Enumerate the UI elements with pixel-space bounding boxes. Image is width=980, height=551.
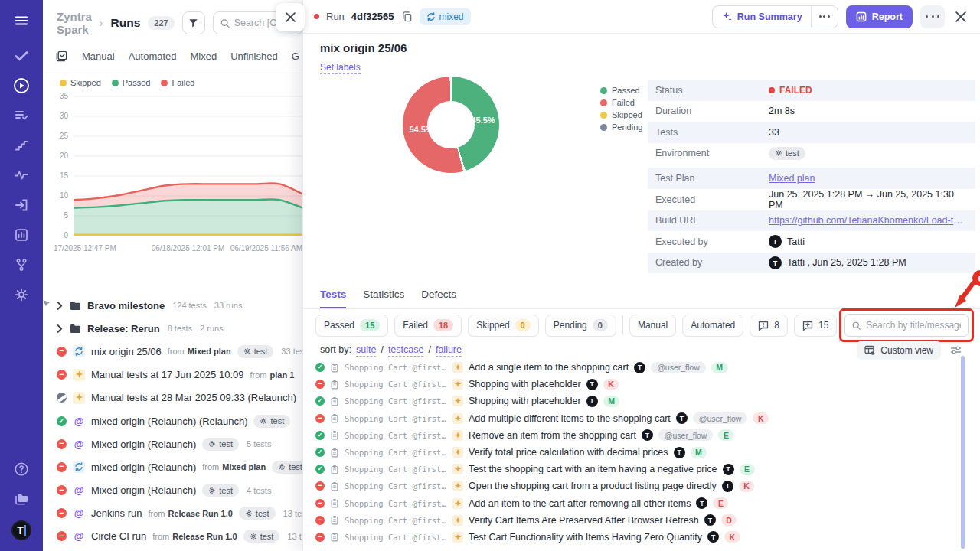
pulse-icon[interactable] xyxy=(13,167,30,184)
run-title[interactable]: Bravo milestone xyxy=(87,300,165,311)
list-check-icon[interactable] xyxy=(13,107,30,124)
filter-passed[interactable]: Passed15 xyxy=(315,315,388,337)
import-icon[interactable] xyxy=(13,197,30,214)
test-row[interactable]: Shopping Cart @first… Test Cart Function… xyxy=(315,529,959,546)
filter-pending[interactable]: Pending0 xyxy=(545,315,616,337)
more-options-button[interactable] xyxy=(920,5,945,28)
plan-name[interactable]: Mixed plan xyxy=(188,347,231,356)
run-row[interactable]: Jenkins run fromRelease Run 1.0 test 13 … xyxy=(43,502,312,525)
run-title[interactable]: Manual tests at 17 Jun 2025 10:09 xyxy=(91,369,243,380)
brand-logo[interactable]: T xyxy=(11,520,31,540)
test-row[interactable]: Shopping Cart @first… Add an item to the… xyxy=(315,495,959,512)
plan-name[interactable]: plan 1 xyxy=(270,370,294,380)
filter-manual[interactable]: Manual xyxy=(629,315,676,337)
select-runs-icon[interactable] xyxy=(55,50,68,63)
plan-name[interactable]: Release Run 1.0 xyxy=(172,532,237,541)
test-row[interactable]: Shopping Cart @first… Verify total price… xyxy=(315,444,959,461)
test-suite[interactable]: Shopping Cart @first… xyxy=(345,380,447,389)
tab-automated[interactable]: Automated xyxy=(129,51,177,62)
filter-automated[interactable]: Automated xyxy=(682,315,743,337)
test-suite[interactable]: Shopping Cart @first… xyxy=(345,499,447,508)
run-title[interactable]: Manual tests at 28 Mar 2025 09:33 (Relau… xyxy=(91,392,296,403)
test-suite[interactable]: Shopping Cart @first… xyxy=(345,431,447,440)
filter-comments[interactable]: 8 xyxy=(750,315,788,337)
run-title[interactable]: Mixed origin (Relaunch) xyxy=(91,484,196,496)
chevron-right-icon[interactable] xyxy=(57,302,64,310)
tab-mixed[interactable]: Mixed xyxy=(191,51,217,62)
menu-icon[interactable] xyxy=(13,12,30,29)
run-title[interactable]: Circle CI run xyxy=(91,530,146,542)
check-icon[interactable] xyxy=(13,47,30,64)
report-button[interactable]: Report xyxy=(846,5,913,28)
help-icon[interactable] xyxy=(13,461,30,478)
reports-icon[interactable] xyxy=(13,227,30,243)
test-row[interactable]: Shopping Cart @first… Add multiple diffe… xyxy=(315,410,959,427)
filter-comments-new[interactable]: 15 xyxy=(794,315,837,337)
run-title[interactable]: mixed origin (Relaunch) (Relaunch) xyxy=(91,416,247,427)
plan-name[interactable]: Release Run 1.0 xyxy=(168,509,232,518)
branch-icon[interactable] xyxy=(13,256,30,273)
test-title[interactable]: Shopping with placeholder xyxy=(469,379,581,390)
play-circle-icon[interactable] xyxy=(13,77,30,94)
test-search[interactable] xyxy=(844,314,969,337)
run-row[interactable]: Mixed origin (Relaunch) from test 5 test… xyxy=(43,432,312,455)
detail-link[interactable]: https://github.com/TetianaKhomenko/Load-… xyxy=(769,215,968,226)
test-title[interactable]: Verify total price calculation with deci… xyxy=(469,447,668,458)
run-row[interactable]: mixed origin (Relaunch) fromMixed plan t… xyxy=(43,455,312,478)
tab-defects[interactable]: Defects xyxy=(421,289,456,308)
scrollbar-thumb[interactable] xyxy=(961,356,965,549)
run-title[interactable]: Release: Rerun xyxy=(87,323,160,334)
test-suite[interactable]: Shopping Cart @first… xyxy=(345,414,447,423)
breadcrumb-brand[interactable]: Zyntra Spark xyxy=(57,10,92,36)
test-search-input[interactable] xyxy=(866,320,961,331)
test-title[interactable]: Add a single item to the shopping cart xyxy=(469,362,629,373)
test-suite[interactable]: Shopping Cart @first… xyxy=(345,516,447,525)
run-row[interactable]: mixed origin (Relaunch) (Relaunch) from … xyxy=(43,409,312,432)
gear-icon[interactable] xyxy=(13,286,30,303)
test-suite[interactable]: Shopping Cart @first… xyxy=(345,481,447,491)
filter-skipped[interactable]: Skipped0 xyxy=(468,315,539,337)
tab-grouped[interactable]: G xyxy=(292,51,299,62)
run-row[interactable]: Manual tests at 28 Mar 2025 09:33 (Relau… xyxy=(43,386,312,409)
detail-link[interactable]: Mixed plan xyxy=(769,173,815,184)
panel-close-button[interactable] xyxy=(276,3,305,31)
test-suite[interactable]: Shopping Cart @first… xyxy=(345,363,447,372)
test-row[interactable]: Shopping Cart @first… Verify Cart Items … xyxy=(315,512,959,529)
test-title[interactable]: Open the shopping cart from a product li… xyxy=(469,481,717,491)
run-row[interactable]: Release: Rerun from 8 tests 2 runs xyxy=(43,317,312,340)
run-row[interactable]: mix origin 25/06 fromMixed plan test 33 … xyxy=(43,340,312,363)
run-summary-more-button[interactable] xyxy=(811,6,838,28)
set-labels-link[interactable]: Set labels xyxy=(320,62,361,74)
tab-tests[interactable]: Tests xyxy=(320,289,346,308)
chevron-right-icon[interactable] xyxy=(57,324,64,333)
run-title[interactable]: mix origin 25/06 xyxy=(91,346,162,357)
test-title[interactable]: Shopping with placeholder xyxy=(469,396,581,406)
drawer-close-button[interactable] xyxy=(952,8,969,25)
sort-failure-link[interactable]: failure xyxy=(436,344,462,357)
test-row[interactable]: Shopping Cart @first… Shopping with plac… xyxy=(315,393,959,409)
test-title[interactable]: Add multiple different items to the shop… xyxy=(469,413,671,424)
test-row[interactable]: Shopping Cart @first… Open the shopping … xyxy=(315,478,959,494)
sort-suite-link[interactable]: suite xyxy=(356,344,376,357)
filter-failed[interactable]: Failed18 xyxy=(394,315,462,337)
tab-statistics[interactable]: Statistics xyxy=(363,289,404,308)
test-title[interactable]: Add an item to the cart after removing a… xyxy=(469,498,691,509)
run-title[interactable]: mixed origin (Relaunch) xyxy=(91,461,196,473)
test-suite[interactable]: Shopping Cart @first… xyxy=(345,448,447,457)
test-row[interactable]: Shopping Cart @first… Test the shopping … xyxy=(315,461,959,478)
tab-unfinished[interactable]: Unfinished xyxy=(230,51,277,62)
sort-testcase-link[interactable]: testcase xyxy=(388,344,424,357)
run-row[interactable]: Circle CI run fromRelease Run 1.0 test 1… xyxy=(43,525,312,548)
test-row[interactable]: Shopping Cart @first… Add a single item … xyxy=(315,359,959,376)
sliders-icon[interactable] xyxy=(950,345,962,355)
filter-button[interactable] xyxy=(182,11,205,34)
test-title[interactable]: Test the shopping cart with an item havi… xyxy=(469,464,717,474)
custom-view-button[interactable]: Custom view xyxy=(857,341,941,360)
run-row[interactable]: Bravo milestone from 124 tests 33 runs xyxy=(43,294,312,317)
run-row[interactable]: Manual tests at 17 Jun 2025 10:09 frompl… xyxy=(43,364,312,386)
run-summary-button[interactable]: Run Summary xyxy=(712,5,838,28)
copy-icon[interactable] xyxy=(401,11,413,22)
steps-icon[interactable] xyxy=(13,137,30,154)
run-title[interactable]: Jenkins run xyxy=(91,507,142,519)
test-suite[interactable]: Shopping Cart @first… xyxy=(345,533,447,542)
